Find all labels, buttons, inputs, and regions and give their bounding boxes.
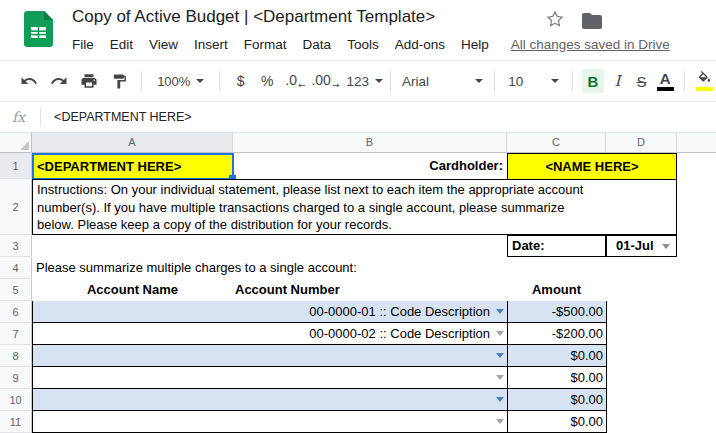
cell-c5-amount-header[interactable]: Amount bbox=[507, 279, 606, 301]
cell-b7-account-number[interactable]: 00-0000-02 :: Code Description bbox=[37, 323, 490, 344]
more-formats-button[interactable]: 123 bbox=[346, 74, 383, 89]
cell-a5-account-name-header[interactable]: Account Name bbox=[32, 279, 233, 301]
row-header-11[interactable]: 11 bbox=[0, 411, 32, 433]
paint-bucket-icon bbox=[697, 71, 712, 86]
bold-button[interactable]: B bbox=[582, 69, 603, 93]
formula-bar-input[interactable]: <DEPARTMENT HERE> bbox=[54, 110, 192, 124]
dropdown-arrow-icon[interactable] bbox=[662, 244, 670, 249]
zoom-select[interactable]: 100% bbox=[149, 74, 212, 89]
column-header-d[interactable]: D bbox=[606, 133, 677, 153]
row-header-8[interactable]: 8 bbox=[0, 345, 32, 367]
format-percent-button[interactable]: % bbox=[254, 73, 281, 89]
cell-b6-account-number[interactable]: 00-0000-01 :: Code Description bbox=[37, 301, 490, 322]
menu-data[interactable]: Data bbox=[295, 37, 340, 52]
cell-d3-date-value[interactable]: 01-Jul bbox=[606, 235, 677, 257]
dropdown-arrow-icon[interactable] bbox=[496, 331, 504, 336]
dropdown-arrow-icon[interactable] bbox=[496, 309, 504, 314]
cell-c6-amount[interactable]: -$500.00 bbox=[507, 301, 607, 322]
fx-icon: fx bbox=[12, 109, 25, 125]
undo-icon bbox=[20, 72, 38, 90]
table-row-11: $0.00 bbox=[32, 411, 607, 433]
cell-c7-amount[interactable]: -$200.00 bbox=[507, 323, 607, 344]
strikethrough-button[interactable]: S bbox=[629, 69, 653, 93]
menu-bar: File Edit View Insert Format Data Tools … bbox=[64, 33, 670, 55]
document-title[interactable]: Copy of Active Budget | <Department Temp… bbox=[72, 7, 435, 27]
move-folder-icon[interactable] bbox=[582, 13, 602, 29]
print-button[interactable] bbox=[74, 68, 104, 94]
cell-a4-summary-note[interactable]: Please summarize multiple charges to a s… bbox=[36, 257, 556, 279]
cell-b1-cardholder-label[interactable]: Cardholder: bbox=[233, 153, 507, 179]
cell-b5-account-number-header[interactable]: Account Number bbox=[235, 279, 507, 301]
select-all-corner[interactable] bbox=[0, 133, 32, 153]
chevron-down-icon bbox=[196, 79, 204, 83]
menu-insert[interactable]: Insert bbox=[186, 37, 236, 52]
row-header-10[interactable]: 10 bbox=[0, 389, 32, 411]
dropdown-arrow-icon[interactable] bbox=[496, 419, 504, 424]
fill-color-swatch bbox=[696, 87, 713, 91]
increase-decimal-button[interactable]: .00 bbox=[310, 72, 340, 90]
row-header-6[interactable]: 6 bbox=[0, 301, 32, 323]
row-header-5[interactable]: 5 bbox=[0, 279, 32, 301]
dropdown-arrow-icon[interactable] bbox=[496, 397, 504, 402]
column-header-a[interactable]: A bbox=[32, 133, 233, 153]
formula-bar: fx <DEPARTMENT HERE> bbox=[0, 102, 716, 133]
format-currency-button[interactable]: $ bbox=[227, 73, 254, 89]
cell-b11-account-number[interactable] bbox=[37, 411, 490, 432]
sheets-logo-icon[interactable] bbox=[24, 11, 53, 47]
paint-format-button[interactable] bbox=[104, 68, 134, 94]
column-header-e[interactable] bbox=[677, 133, 716, 153]
cell-b8-account-number[interactable] bbox=[37, 345, 490, 366]
menu-file[interactable]: File bbox=[64, 37, 102, 52]
toolbar-divider bbox=[684, 71, 685, 91]
row-header-3[interactable]: 3 bbox=[0, 235, 32, 257]
text-color-button[interactable]: A bbox=[653, 71, 677, 91]
cell-b10-account-number[interactable] bbox=[37, 389, 490, 410]
fill-color-button[interactable] bbox=[692, 71, 716, 91]
redo-icon bbox=[50, 72, 68, 90]
menu-tools[interactable]: Tools bbox=[339, 37, 387, 52]
toolbar-divider bbox=[572, 71, 573, 91]
menu-help[interactable]: Help bbox=[453, 37, 497, 52]
cell-c11-amount[interactable]: $0.00 bbox=[507, 411, 607, 432]
save-status-link[interactable]: All changes saved in Drive bbox=[511, 37, 670, 52]
cell-a2-instructions[interactable]: Instructions: On your individual stateme… bbox=[32, 179, 677, 235]
font-family-select[interactable]: Arial bbox=[398, 74, 487, 89]
chevron-down-icon bbox=[475, 79, 483, 83]
star-icon[interactable] bbox=[545, 9, 565, 29]
menu-format[interactable]: Format bbox=[236, 37, 295, 52]
dropdown-arrow-icon[interactable] bbox=[496, 353, 504, 358]
text-color-swatch bbox=[657, 87, 674, 91]
undo-button[interactable] bbox=[14, 68, 44, 94]
table-row-9: $0.00 bbox=[32, 367, 607, 389]
row-header-7[interactable]: 7 bbox=[0, 323, 32, 345]
row-header-2[interactable]: 2 bbox=[0, 179, 32, 235]
font-size-select[interactable]: 10 bbox=[502, 74, 565, 89]
italic-button[interactable]: I bbox=[606, 69, 630, 93]
row-header-4[interactable]: 4 bbox=[0, 257, 32, 279]
cell-b9-account-number[interactable] bbox=[37, 367, 490, 388]
menu-edit[interactable]: Edit bbox=[102, 37, 141, 52]
zoom-value: 100% bbox=[157, 74, 190, 89]
column-header-b[interactable]: B bbox=[233, 133, 507, 153]
toolbar-divider bbox=[494, 71, 495, 91]
menu-add-ons[interactable]: Add-ons bbox=[387, 37, 453, 52]
font-size-value: 10 bbox=[508, 74, 523, 89]
row-header-9[interactable]: 9 bbox=[0, 367, 32, 389]
table-row-6: 00-0000-01 :: Code Description -$500.00 bbox=[32, 301, 607, 323]
decrease-decimal-button[interactable]: .0 bbox=[280, 72, 310, 90]
chevron-down-icon bbox=[375, 79, 383, 83]
formula-bar-divider bbox=[40, 108, 41, 126]
column-header-c[interactable]: C bbox=[507, 133, 606, 153]
cell-a1-department-selected[interactable]: <DEPARTMENT HERE> bbox=[32, 153, 234, 180]
cell-c3-date-label[interactable]: Date: bbox=[507, 235, 606, 257]
menu-view[interactable]: View bbox=[141, 37, 186, 52]
cell-c8-amount[interactable]: $0.00 bbox=[507, 345, 607, 366]
dropdown-arrow-icon[interactable] bbox=[496, 375, 504, 380]
redo-button[interactable] bbox=[44, 68, 74, 94]
cell-c1-name-here[interactable]: <NAME HERE> bbox=[507, 153, 677, 180]
font-family-value: Arial bbox=[402, 74, 429, 89]
row-header-1[interactable]: 1 bbox=[0, 153, 32, 179]
title-bar: Copy of Active Budget | <Department Temp… bbox=[0, 0, 716, 60]
cell-c10-amount[interactable]: $0.00 bbox=[507, 389, 607, 410]
cell-c9-amount[interactable]: $0.00 bbox=[507, 367, 607, 388]
